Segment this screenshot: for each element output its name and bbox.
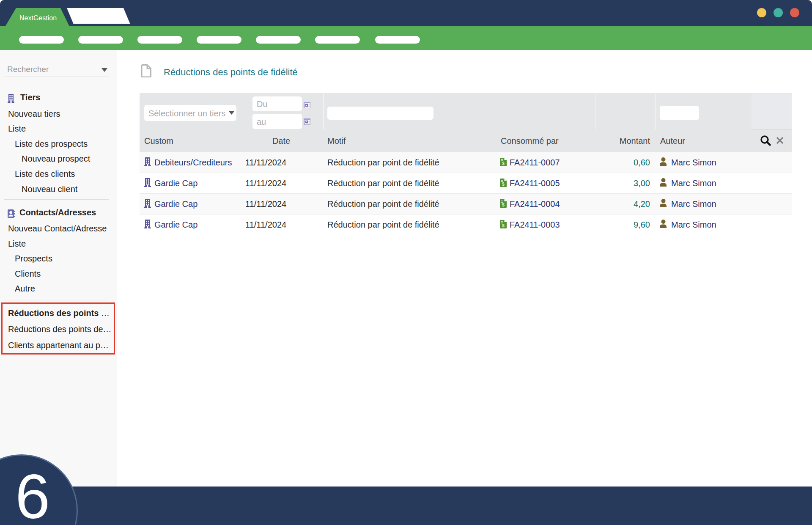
svg-text:$: $ [502,223,505,228]
svg-text:$: $ [502,202,505,207]
svg-text:$: $ [502,181,505,187]
svg-text:$: $ [502,161,505,166]
